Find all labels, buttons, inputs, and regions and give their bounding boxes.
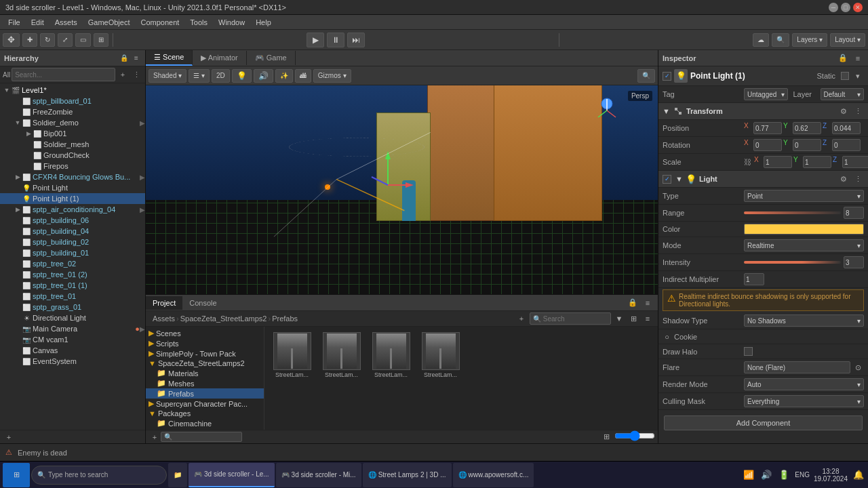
transform-tool[interactable]: ✥ bbox=[3, 33, 20, 47]
scale-x-input[interactable]: 1 bbox=[764, 156, 792, 168]
hier-item-tree01[interactable]: ▶ ⬜ sptp_tree_01 bbox=[0, 291, 145, 302]
hier-item-building06[interactable]: ▶ ⬜ sptp_building_06 bbox=[0, 215, 145, 226]
type-dropdown[interactable]: Point ▾ bbox=[744, 190, 864, 202]
layout-dropdown[interactable]: Layout ▾ bbox=[830, 33, 865, 47]
intensity-input[interactable]: 3 bbox=[844, 256, 864, 268]
object-enabled-checkbox[interactable] bbox=[663, 72, 671, 81]
shadow-dropdown[interactable]: No Shadows ▾ bbox=[744, 314, 864, 327]
hier-item-freezombie[interactable]: ▶ ⬜ FreeZombie bbox=[0, 106, 145, 117]
assets-menu-icon[interactable]: ≡ bbox=[642, 297, 654, 309]
folder-scenes[interactable]: ▶ Scenes bbox=[146, 328, 264, 338]
folder-packages[interactable]: ▼ Packages bbox=[146, 409, 264, 418]
scale-y-input[interactable]: 1 bbox=[803, 156, 831, 168]
rotation-x-input[interactable]: 0 bbox=[753, 139, 782, 151]
combined-tool[interactable]: ⊞ bbox=[94, 33, 108, 47]
hier-item-canvas[interactable]: ▶ ⬜ Canvas bbox=[0, 345, 145, 356]
light-section-header[interactable]: ▼ 💡 Light ⚙ ⋮ bbox=[658, 171, 868, 188]
light-more-icon[interactable]: ⋮ bbox=[852, 173, 864, 185]
hier-item-building01[interactable]: ▶ ⬜ sptp_building_01 bbox=[0, 247, 145, 258]
folder-materials[interactable]: 📁 Materials bbox=[146, 368, 264, 378]
transform-more-icon[interactable]: ⋮ bbox=[852, 105, 864, 117]
position-x-input[interactable]: 0.77 bbox=[753, 122, 782, 134]
hier-item-cfxr4[interactable]: ▶ ⬜ CFXR4 Bouncing Glows Bu... ▶ bbox=[0, 171, 145, 182]
hier-item-soldier[interactable]: ▼ ⬜ Soldier_demo ▶ bbox=[0, 117, 145, 128]
hierarchy-search-input[interactable] bbox=[12, 68, 115, 81]
position-z-input[interactable]: 0.044 bbox=[832, 122, 861, 134]
rotate-tool[interactable]: ↻ bbox=[40, 33, 55, 47]
assets-zoom-icon[interactable]: ⊞ bbox=[600, 431, 612, 443]
asset-item-1[interactable]: StreetLam... bbox=[270, 332, 314, 378]
game-tab[interactable]: 🎮 Game bbox=[247, 51, 296, 65]
scene-overlay-btn[interactable]: ☰ ▾ bbox=[189, 69, 210, 83]
hier-item-aircon[interactable]: ▶ ⬜ sptp_air_conditioning_04 ▶ bbox=[0, 204, 145, 215]
pause-button[interactable]: ⏸ bbox=[327, 33, 344, 47]
assets-search-input[interactable] bbox=[530, 312, 611, 325]
assets-zoom-slider[interactable] bbox=[614, 431, 655, 441]
list-icon[interactable]: ≡ bbox=[642, 312, 654, 325]
hier-item-building02[interactable]: ▶ ⬜ sptp_building_02 bbox=[0, 237, 145, 247]
console-tab[interactable]: Console bbox=[182, 296, 223, 310]
rendermode-dropdown[interactable]: Auto ▾ bbox=[744, 378, 864, 390]
inspector-lock-icon[interactable]: 🔒 bbox=[837, 52, 849, 64]
folder-meshes[interactable]: 📁 Meshes bbox=[146, 378, 264, 388]
transform-section-header[interactable]: ▼ Transform ⚙ ⋮ bbox=[658, 103, 868, 120]
assets-lock-icon[interactable]: 🔒 bbox=[627, 297, 639, 309]
taskbar-explorer[interactable]: 📁 bbox=[168, 463, 187, 487]
hierarchy-lock-icon[interactable]: 🔒 bbox=[119, 54, 129, 63]
move-tool[interactable]: ✚ bbox=[22, 33, 37, 47]
light-enabled-checkbox[interactable] bbox=[663, 175, 671, 184]
notification-icon[interactable]: 🔔 bbox=[852, 468, 865, 482]
play-button[interactable]: ▶ bbox=[307, 33, 324, 47]
menu-edit[interactable]: Edit bbox=[26, 17, 50, 28]
hier-item-eventsystem[interactable]: ▶ ⬜ EventSystem bbox=[0, 356, 145, 367]
menu-file[interactable]: File bbox=[3, 17, 26, 28]
volume-icon[interactable]: 🔊 bbox=[760, 468, 773, 482]
taskbar-unity-app-2[interactable]: 🎮 3d side scroller - Mi... bbox=[276, 463, 361, 487]
hier-item-soldiermesh[interactable]: ▶ ⬜ Soldier_mesh bbox=[0, 139, 145, 150]
hierarchy-add-icon[interactable]: + bbox=[117, 68, 129, 81]
hier-item-pointlight[interactable]: ▶ 💡 Point Light bbox=[0, 182, 145, 193]
transform-settings-icon[interactable]: ⚙ bbox=[837, 105, 850, 117]
minimize-button[interactable]: ─ bbox=[829, 3, 838, 12]
static-dropdown-icon[interactable]: ▾ bbox=[852, 70, 864, 82]
menu-window[interactable]: Window bbox=[213, 17, 250, 28]
menu-component[interactable]: Component bbox=[135, 17, 184, 28]
static-checkbox[interactable] bbox=[841, 72, 849, 80]
rect-tool[interactable]: ▭ bbox=[75, 33, 91, 47]
scene-shading-btn[interactable]: Shaded ▾ bbox=[149, 69, 186, 83]
mode-dropdown[interactable]: Realtime ▾ bbox=[744, 239, 864, 251]
folder-supercyan[interactable]: ▶ Supercyan Character Pac... bbox=[146, 399, 264, 409]
step-button[interactable]: ⏭ bbox=[347, 33, 365, 47]
light-settings-icon[interactable]: ⚙ bbox=[837, 173, 850, 185]
cullingmask-dropdown[interactable]: Everything ▾ bbox=[744, 395, 864, 407]
taskbar-unity-app-1[interactable]: 🎮 3d side scroller - Le... bbox=[189, 463, 275, 487]
menu-tools[interactable]: Tools bbox=[184, 17, 213, 28]
breadcrumb-streetlamps[interactable]: SpaceZeta_StreetLamps2 bbox=[180, 314, 267, 323]
create-icon[interactable]: + bbox=[515, 312, 528, 325]
menu-gameobject[interactable]: GameObject bbox=[83, 17, 136, 28]
hier-item-grass01[interactable]: ▶ ⬜ sptp_grass_01 bbox=[0, 302, 145, 312]
hier-item-tree02[interactable]: ▶ ⬜ sptp_tree_02 bbox=[0, 258, 145, 269]
folder-prefabs[interactable]: 📁 Prefabs bbox=[146, 388, 264, 399]
hierarchy-options-icon[interactable]: ⋮ bbox=[130, 68, 142, 81]
view-icon[interactable]: ⊞ bbox=[627, 312, 639, 325]
hier-item-tree0102[interactable]: ▶ ⬜ sptp_tree_01 (1) bbox=[0, 280, 145, 291]
hier-item-level1[interactable]: ▼ 🎬 Level1* bbox=[0, 85, 145, 96]
hier-item-bip001[interactable]: ▶ ⬜ Bip001 bbox=[0, 128, 145, 139]
network-icon[interactable]: 📶 bbox=[742, 468, 755, 482]
hier-item-firepos[interactable]: ▶ ⬜ Firepos bbox=[0, 161, 145, 171]
range-input[interactable]: 8 bbox=[844, 207, 864, 219]
flare-pick-icon[interactable]: ⊙ bbox=[852, 361, 864, 373]
folder-cinemachine[interactable]: 📁 Cinemachine bbox=[146, 418, 264, 428]
scene-view[interactable]: Persp bbox=[146, 85, 658, 294]
animator-tab[interactable]: ▶ Animator bbox=[193, 51, 246, 65]
asset-item-4[interactable]: StreetLam... bbox=[418, 332, 462, 378]
position-y-input[interactable]: 0.62 bbox=[793, 122, 821, 134]
filter-icon[interactable]: ▼ bbox=[613, 312, 625, 325]
color-swatch[interactable] bbox=[744, 224, 864, 235]
hier-item-cmvcam[interactable]: ▶ 📷 CM vcam1 bbox=[0, 334, 145, 345]
scale-tool[interactable]: ⤢ bbox=[58, 33, 73, 47]
scale-z-input[interactable]: 1 bbox=[842, 156, 868, 168]
start-button[interactable]: ⊞ bbox=[3, 463, 30, 487]
folder-simplepoly[interactable]: ▶ SimplePoly - Town Pack bbox=[146, 348, 264, 359]
